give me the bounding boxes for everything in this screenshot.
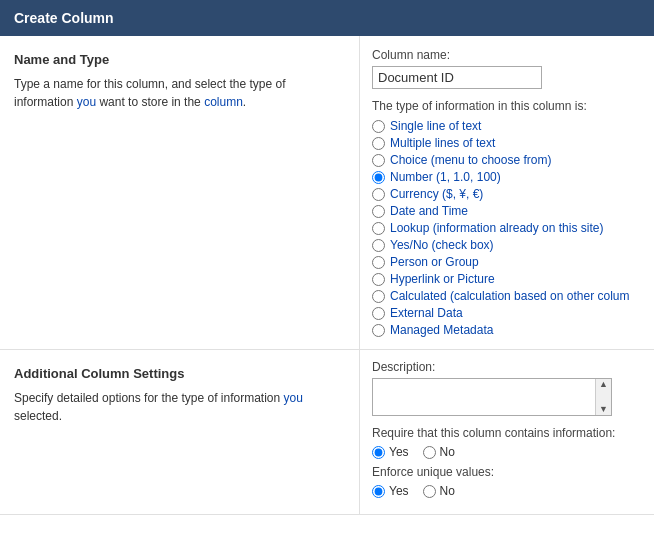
require-radio-req-no[interactable]: [423, 446, 436, 459]
require-info-label: Require that this column contains inform…: [372, 426, 644, 440]
add-desc-link-you[interactable]: you: [284, 391, 303, 405]
type-radio-lookup[interactable]: [372, 222, 385, 235]
type-radio-item-hyperlink[interactable]: Hyperlink or Picture: [372, 272, 644, 286]
require-radio-group: YesNo: [372, 445, 644, 459]
enforce-radio-group: YesNo: [372, 484, 644, 498]
desc-link-column[interactable]: column: [204, 95, 243, 109]
type-radio-single-line[interactable]: [372, 120, 385, 133]
require-label-req-yes[interactable]: Yes: [389, 445, 409, 459]
column-name-label: Column name:: [372, 48, 644, 62]
enforce-radio-item-enf-yes[interactable]: Yes: [372, 484, 409, 498]
type-radio-item-currency[interactable]: Currency ($, ¥, €): [372, 187, 644, 201]
add-desc-text-2: selected.: [14, 409, 62, 423]
description-scrollbar: ▲ ▼: [595, 379, 611, 415]
type-radio-item-choice[interactable]: Choice (menu to choose from): [372, 153, 644, 167]
require-radio-item-req-yes[interactable]: Yes: [372, 445, 409, 459]
type-radio-currency[interactable]: [372, 188, 385, 201]
type-radio-item-number[interactable]: Number (1, 1.0, 100): [372, 170, 644, 184]
type-label: The type of information in this column i…: [372, 99, 644, 113]
type-radio-multi-line[interactable]: [372, 137, 385, 150]
type-label-multi-line[interactable]: Multiple lines of text: [390, 136, 495, 150]
type-radio-number[interactable]: [372, 171, 385, 184]
add-desc-text-1: Specify detailed options for the type of…: [14, 391, 284, 405]
type-radio-item-person-group[interactable]: Person or Group: [372, 255, 644, 269]
enforce-radio-item-enf-no[interactable]: No: [423, 484, 455, 498]
description-label: Description:: [372, 360, 644, 374]
type-radio-group: Single line of textMultiple lines of tex…: [372, 119, 644, 337]
desc-text-3: .: [243, 95, 246, 109]
type-radio-item-calculated[interactable]: Calculated (calculation based on other c…: [372, 289, 644, 303]
require-radio-item-req-no[interactable]: No: [423, 445, 455, 459]
type-radio-date-time[interactable]: [372, 205, 385, 218]
additional-settings-right: Description: ▲ ▼ Require that this colum…: [360, 350, 654, 514]
type-label-lookup[interactable]: Lookup (information already on this site…: [390, 221, 603, 235]
additional-settings-section: Additional Column Settings Specify detai…: [0, 350, 654, 515]
type-radio-item-external[interactable]: External Data: [372, 306, 644, 320]
type-radio-item-single-line[interactable]: Single line of text: [372, 119, 644, 133]
additional-settings-title: Additional Column Settings: [14, 366, 345, 381]
name-and-type-left: Name and Type Type a name for this colum…: [0, 36, 360, 349]
desc-text-2: want to store in the: [96, 95, 204, 109]
enforce-label: Enforce unique values:: [372, 465, 644, 479]
name-and-type-right: Column name: The type of information in …: [360, 36, 654, 349]
name-and-type-section: Name and Type Type a name for this colum…: [0, 36, 654, 350]
name-and-type-desc: Type a name for this column, and select …: [14, 75, 345, 111]
type-label-choice[interactable]: Choice (menu to choose from): [390, 153, 551, 167]
require-radio-req-yes[interactable]: [372, 446, 385, 459]
type-label-date-time[interactable]: Date and Time: [390, 204, 468, 218]
type-radio-hyperlink[interactable]: [372, 273, 385, 286]
type-label-hyperlink[interactable]: Hyperlink or Picture: [390, 272, 495, 286]
title-bar: Create Column: [0, 0, 654, 36]
type-radio-choice[interactable]: [372, 154, 385, 167]
type-radio-item-managed[interactable]: Managed Metadata: [372, 323, 644, 337]
scrollbar-down-arrow[interactable]: ▼: [599, 405, 608, 414]
type-label-managed[interactable]: Managed Metadata: [390, 323, 493, 337]
enforce-radio-enf-yes[interactable]: [372, 485, 385, 498]
scrollbar-up-arrow[interactable]: ▲: [599, 380, 608, 389]
enforce-label-enf-no[interactable]: No: [440, 484, 455, 498]
column-name-input[interactable]: [372, 66, 542, 89]
desc-link-you[interactable]: you: [77, 95, 96, 109]
main-content: Name and Type Type a name for this colum…: [0, 36, 654, 558]
enforce-radio-enf-no[interactable]: [423, 485, 436, 498]
type-label-yes-no[interactable]: Yes/No (check box): [390, 238, 494, 252]
type-label-calculated[interactable]: Calculated (calculation based on other c…: [390, 289, 629, 303]
type-label-single-line[interactable]: Single line of text: [390, 119, 481, 133]
type-radio-item-multi-line[interactable]: Multiple lines of text: [372, 136, 644, 150]
title-bar-text: Create Column: [14, 10, 114, 26]
description-input-wrapper: ▲ ▼: [372, 378, 612, 416]
name-and-type-title: Name and Type: [14, 52, 345, 67]
type-radio-external[interactable]: [372, 307, 385, 320]
type-label-number[interactable]: Number (1, 1.0, 100): [390, 170, 501, 184]
type-radio-calculated[interactable]: [372, 290, 385, 303]
additional-settings-left: Additional Column Settings Specify detai…: [0, 350, 360, 514]
type-radio-item-lookup[interactable]: Lookup (information already on this site…: [372, 221, 644, 235]
additional-settings-desc: Specify detailed options for the type of…: [14, 389, 345, 425]
enforce-label-enf-yes[interactable]: Yes: [389, 484, 409, 498]
type-label-person-group[interactable]: Person or Group: [390, 255, 479, 269]
type-label-external[interactable]: External Data: [390, 306, 463, 320]
require-label-req-no[interactable]: No: [440, 445, 455, 459]
type-label-currency[interactable]: Currency ($, ¥, €): [390, 187, 483, 201]
type-radio-item-yes-no[interactable]: Yes/No (check box): [372, 238, 644, 252]
type-radio-managed[interactable]: [372, 324, 385, 337]
type-radio-item-date-time[interactable]: Date and Time: [372, 204, 644, 218]
type-radio-person-group[interactable]: [372, 256, 385, 269]
type-radio-yes-no[interactable]: [372, 239, 385, 252]
